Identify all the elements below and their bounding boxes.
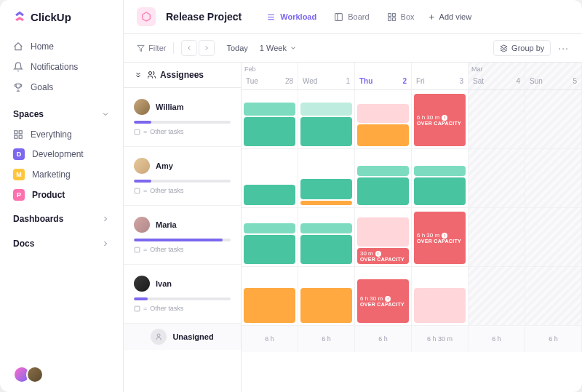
calendar-cell[interactable]	[525, 90, 582, 148]
groupby-button[interactable]: Group by	[493, 40, 551, 56]
sidebar: ClickUp Home Notifications Goals Spaces …	[0, 0, 124, 392]
user-avatar	[26, 366, 44, 383]
calendar-cell[interactable]: 30 m!OVER CAPACITY	[355, 208, 412, 266]
space-development[interactable]: D Development	[0, 144, 123, 164]
space-product[interactable]: P Product	[0, 185, 123, 205]
calendar-cell[interactable]	[242, 267, 298, 325]
svg-rect-7	[335, 13, 343, 20]
clickup-logo-icon	[13, 10, 26, 23]
total-cell: 6 h	[355, 326, 412, 352]
checkbox-icon	[134, 188, 140, 194]
topbar: Release Project Workload Board Box Add v…	[124, 0, 582, 34]
prev-button[interactable]	[181, 40, 197, 56]
chevron-right-icon	[101, 239, 110, 248]
view-board[interactable]: Board	[327, 9, 376, 25]
svg-rect-0	[15, 131, 17, 134]
chevron-down-icon	[101, 110, 110, 119]
svg-rect-19	[135, 306, 140, 311]
today-button[interactable]: Today	[222, 44, 252, 52]
overcapacity-block: 6 h 30 m!OVER CAPACITY	[357, 279, 409, 323]
capacity-bar	[134, 180, 231, 183]
overcapacity-block: 6 h 30 m!OVER CAPACITY	[414, 94, 466, 146]
calendar-body: 6 h 30 m!OVER CAPACITY	[242, 90, 582, 392]
space-marketing[interactable]: M Marketing	[0, 164, 123, 185]
day-header: Fri3	[412, 63, 469, 89]
nav-home[interactable]: Home	[0, 36, 123, 57]
calendar-cell[interactable]	[242, 90, 298, 148]
calendar-cell[interactable]: 6 h 30 m!OVER CAPACITY	[412, 208, 469, 266]
avatar	[134, 276, 150, 292]
chevron-right-icon	[203, 44, 210, 52]
nav-goals[interactable]: Goals	[0, 77, 123, 97]
sidebar-footer[interactable]	[13, 366, 44, 383]
other-tasks-toggle[interactable]: =Other tasks	[134, 305, 231, 312]
calendar-cell[interactable]	[355, 149, 412, 207]
capacity-bar	[134, 239, 231, 241]
checkbox-icon	[134, 247, 140, 253]
assignee-row[interactable]: William =Other tasks	[124, 88, 241, 147]
brand-logo[interactable]: ClickUp	[0, 0, 123, 33]
calendar-cell[interactable]	[298, 90, 355, 148]
more-button[interactable]: ···	[558, 42, 569, 54]
space-everything[interactable]: Everything	[0, 125, 123, 144]
assignee-column: Assignees William =Other tasks Amy =Othe…	[124, 63, 242, 392]
spaces-header[interactable]: Spaces	[0, 100, 123, 125]
assignee-header[interactable]: Assignees	[124, 63, 241, 88]
svg-point-20	[157, 334, 160, 337]
calendar-cell[interactable]	[469, 208, 525, 266]
svg-rect-9	[388, 13, 391, 16]
space-badge: D	[13, 148, 25, 160]
calendar-cell[interactable]	[298, 149, 355, 207]
calendar-cell[interactable]	[242, 208, 298, 266]
chevron-down-icon	[290, 44, 297, 52]
calendar-cell[interactable]	[412, 149, 469, 207]
chevron-left-icon	[186, 44, 193, 52]
other-tasks-toggle[interactable]: =Other tasks	[134, 187, 231, 194]
total-cell: 6 h 30 m	[412, 326, 469, 352]
day-header: Wed1	[298, 63, 355, 89]
calendar: FebTue28 Wed1 Thu2 Fri3 MarSat4 Sun5 6 h…	[242, 63, 582, 392]
other-tasks-toggle[interactable]: =Other tasks	[134, 128, 231, 135]
avatar	[134, 217, 150, 233]
avatar	[134, 99, 150, 115]
svg-rect-11	[388, 17, 391, 20]
calendar-cell[interactable]	[469, 149, 525, 207]
nav-notifications[interactable]: Notifications	[0, 57, 123, 77]
chevron-right-icon	[101, 215, 110, 223]
avatar	[134, 158, 150, 174]
calendar-cell[interactable]: 6 h 30 m!OVER CAPACITY	[355, 267, 412, 325]
day-header: MarSat4	[469, 63, 525, 89]
calendar-cell[interactable]	[242, 149, 298, 207]
range-selector[interactable]: 1 Week	[260, 44, 297, 52]
filter-button[interactable]: Filter	[137, 44, 166, 52]
calendar-cell[interactable]	[412, 267, 469, 325]
docs-header[interactable]: Docs	[0, 230, 123, 255]
view-box[interactable]: Box	[380, 9, 422, 25]
calendar-cell[interactable]	[298, 208, 355, 266]
calendar-cell[interactable]	[525, 267, 582, 325]
unassigned-row[interactable]: Unasigned	[124, 324, 241, 350]
space-badge: P	[13, 189, 25, 201]
add-view-button[interactable]: Add view	[428, 12, 472, 21]
assignee-row[interactable]: Maria =Other tasks	[124, 206, 241, 265]
view-workload[interactable]: Workload	[259, 9, 324, 25]
assignee-row[interactable]: Amy =Other tasks	[124, 147, 241, 206]
calendar-cell[interactable]	[469, 267, 525, 325]
calendar-cell[interactable]	[469, 90, 525, 148]
calendar-cell[interactable]	[355, 90, 412, 148]
calendar-cell[interactable]	[525, 208, 582, 266]
dashboards-header[interactable]: Dashboards	[0, 205, 123, 230]
other-tasks-toggle[interactable]: =Other tasks	[134, 246, 231, 253]
assignee-row[interactable]: Ivan =Other tasks	[124, 265, 241, 324]
calendar-cell[interactable]	[525, 149, 582, 207]
overcapacity-block: 30 m!OVER CAPACITY	[357, 248, 409, 264]
calendar-row	[242, 149, 582, 208]
warning-icon: !	[375, 251, 381, 257]
calendar-cell[interactable]: 6 h 30 m!OVER CAPACITY	[412, 90, 469, 148]
svg-rect-12	[392, 17, 395, 20]
trophy-icon	[13, 82, 23, 92]
box-icon	[387, 12, 396, 22]
people-icon	[147, 71, 156, 79]
calendar-cell[interactable]	[298, 267, 355, 325]
next-button[interactable]	[199, 40, 215, 56]
